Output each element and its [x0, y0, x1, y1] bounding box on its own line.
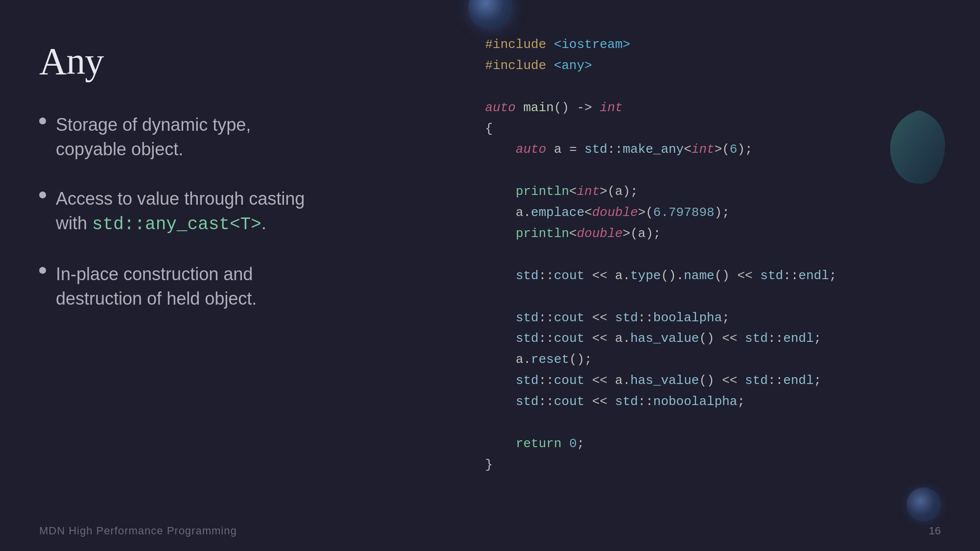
right-panel: #include <iostream> #include <any> auto … — [470, 0, 980, 551]
bullet-dot-3 — [39, 267, 46, 274]
code-line-10: println<double>(a); — [485, 223, 941, 244]
bullet-item-3: In-place construction anddestruction of … — [39, 262, 441, 311]
code-block: #include <iostream> #include <any> auto … — [485, 34, 941, 476]
bullet-dot-2 — [39, 192, 46, 198]
code-line-6: auto a = std::make_any<int>(6); — [485, 139, 941, 160]
slide-title: Any — [39, 39, 441, 83]
orb-bottom-right-decoration — [907, 487, 941, 522]
code-line-8: println<int>(a); — [485, 181, 941, 202]
bullet-list: Storage of dynamic type,copyable object.… — [39, 113, 441, 311]
code-line-2: #include <any> — [485, 55, 941, 76]
code-line-5: { — [485, 119, 941, 140]
code-line-19 — [485, 412, 941, 433]
code-line-11 — [485, 244, 941, 265]
bullet-item-2: Access to value through castingwith std:… — [39, 187, 441, 238]
bullet-text-2: Access to value through castingwith std:… — [56, 187, 305, 238]
code-line-9: a.emplace<double>(6.797898); — [485, 202, 941, 223]
bullet-text-3: In-place construction anddestruction of … — [56, 262, 257, 311]
code-line-7 — [485, 160, 941, 181]
code-line-13 — [485, 287, 941, 308]
bullet-text-1: Storage of dynamic type,copyable object. — [56, 113, 251, 162]
footer-page: 16 — [929, 525, 941, 537]
code-line-12: std::cout << a.type().name() << std::end… — [485, 265, 941, 287]
bullet-dot — [39, 118, 46, 124]
bullet-item-1: Storage of dynamic type,copyable object. — [39, 113, 441, 162]
code-line-16: a.reset(); — [485, 349, 941, 370]
code-line-20: return 0; — [485, 433, 941, 455]
code-line-21: } — [485, 455, 941, 476]
footer: MDN High Performance Programming 16 — [0, 525, 980, 537]
code-line-1: #include <iostream> — [485, 34, 941, 55]
slide: Any Storage of dynamic type,copyable obj… — [0, 0, 980, 551]
footer-title: MDN High Performance Programming — [39, 525, 237, 537]
code-line-18: std::cout << std::noboolalpha; — [485, 391, 941, 412]
leaf-decoration — [887, 108, 951, 191]
code-highlight: std::any_cast<T> — [92, 215, 262, 235]
code-line-14: std::cout << std::boolalpha; — [485, 308, 941, 329]
left-panel: Any Storage of dynamic type,copyable obj… — [0, 0, 470, 551]
code-line-15: std::cout << a.has_value() << std::endl; — [485, 328, 941, 349]
code-line-3 — [485, 76, 941, 97]
code-line-4: auto main() -> int — [485, 97, 941, 119]
code-line-17: std::cout << a.has_value() << std::endl; — [485, 370, 941, 391]
